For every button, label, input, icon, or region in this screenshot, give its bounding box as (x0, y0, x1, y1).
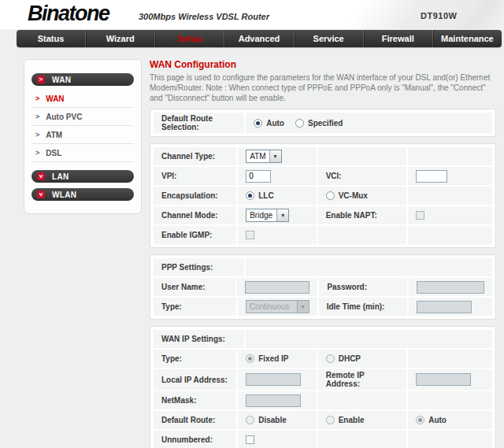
empty-cell (408, 187, 492, 205)
brand-logo: Binatone (28, 2, 109, 26)
chevron-down-icon: v (37, 191, 45, 198)
main-content: WAN Configuration This page is used to c… (150, 59, 496, 448)
remote-ip-label: Remote IP Address: (318, 369, 406, 390)
dhcp-radio-label: DHCP (339, 354, 361, 363)
sidebar-item-atm[interactable]: > ATM (32, 126, 134, 144)
model-number: DT910W (421, 11, 457, 20)
chevron-right-icon: > (35, 113, 39, 120)
local-ip-input (246, 373, 301, 386)
sidebar-group-label: WAN (52, 76, 71, 84)
sidebar-group-label: WLAN (52, 191, 76, 199)
remote-ip-input (416, 373, 471, 386)
chevron-right-icon: > (35, 94, 39, 102)
vci-label: VCI: (318, 167, 406, 185)
sidebar: > WAN > WAN > Auto PVC > ATM > DSL v LAN (24, 59, 142, 214)
unnumbered-checkbox[interactable] (246, 435, 254, 444)
password-input (417, 281, 484, 294)
fixed-ip-radio (246, 354, 254, 363)
dropdown-arrow-icon: ▼ (276, 209, 288, 221)
auto-radio-label: Auto (428, 416, 447, 424)
chevron-right-icon: > (35, 131, 39, 139)
specified-radio[interactable] (295, 119, 304, 128)
sidebar-group-lan[interactable]: v LAN (32, 170, 134, 183)
specified-radio-label: Specified (308, 119, 343, 128)
local-ip-label: Local IP Address: (154, 369, 236, 390)
empty-cell (318, 147, 406, 165)
chevron-right-icon: > (35, 149, 39, 157)
disable-radio-label: Disable (258, 416, 287, 424)
sidebar-item-label: ATM (46, 131, 62, 139)
netmask-label: NetMask: (154, 391, 236, 409)
empty-cell (408, 147, 492, 165)
channel-type-select[interactable]: ATM ▼ (246, 150, 281, 163)
sidebar-item-auto-pvc[interactable]: > Auto PVC (32, 108, 134, 126)
wan-ip-settings-label: WAN IP Settings: (154, 330, 244, 348)
nav-tab-advanced[interactable]: Advanced (224, 30, 294, 47)
app-header: Binatone 300Mbps Wireless VDSL Router DT… (0, 0, 504, 29)
fixed-ip-radio-label: Fixed IP (258, 354, 288, 363)
sidebar-item-label: Auto PVC (46, 113, 82, 121)
vc-mux-radio[interactable] (326, 191, 335, 200)
nav-tab-firewall[interactable]: Firewall (364, 30, 433, 47)
default-route-selection-section: Default Route Selection: Auto Specified (150, 109, 496, 137)
vci-input[interactable] (416, 170, 447, 183)
llc-radio-label: LLC (258, 191, 273, 200)
default-route-label: Default Route: (154, 411, 236, 429)
channel-type-label: Channel Type: (154, 147, 236, 165)
sidebar-item-label: DSL (46, 149, 61, 157)
sidebar-group-label: LAN (52, 172, 69, 181)
page-description: This page is used to configure the param… (150, 72, 496, 103)
enable-igmp-checkbox[interactable] (246, 231, 254, 239)
sidebar-item-label: WAN (46, 94, 64, 103)
sidebar-group-wan[interactable]: > WAN (32, 73, 134, 86)
encapsulation-label: Encapsulation: (154, 187, 236, 205)
sidebar-group-wlan[interactable]: v WLAN (32, 188, 134, 201)
channel-settings-section: Channel Type: ATM ▼ VPI: VCI: (150, 143, 496, 248)
empty-cell (408, 391, 492, 409)
enable-radio-label: Enable (339, 416, 365, 424)
empty-cell (246, 258, 492, 276)
sidebar-item-wan[interactable]: > WAN (32, 90, 134, 108)
wan-ip-settings-section: WAN IP Settings: Type: Fixed IP DHCP Loc… (150, 326, 496, 448)
dropdown-arrow-icon: ▼ (297, 301, 309, 313)
unnumbered-label: Unnumbered: (154, 431, 236, 448)
empty-cell (246, 330, 492, 348)
page-title: WAN Configuration (150, 59, 496, 70)
user-name-label: User Name: (154, 278, 235, 296)
default-route-enable-radio (326, 416, 335, 424)
default-route-selection-label: Default Route Selection: (154, 113, 244, 133)
llc-radio[interactable] (246, 191, 254, 200)
empty-cell (408, 226, 492, 244)
auto-radio[interactable] (254, 119, 262, 128)
nav-tab-status[interactable]: Status (17, 30, 86, 47)
channel-mode-select[interactable]: Bridge ▼ (246, 209, 289, 222)
nav-tab-setup[interactable]: Setup (155, 30, 224, 47)
netmask-input (246, 394, 301, 407)
default-route-auto-radio (416, 416, 424, 424)
enable-igmp-label: Enable IGMP: (154, 226, 236, 244)
idle-time-label: Idle Time (min): (319, 298, 407, 316)
nav-tab-service[interactable]: Service (295, 30, 364, 47)
default-route-disable-radio (246, 416, 254, 424)
empty-cell (408, 431, 492, 448)
password-label: Password: (319, 278, 407, 296)
empty-cell (318, 391, 406, 409)
dropdown-arrow-icon: ▼ (269, 150, 281, 162)
channel-mode-label: Channel Mode: (154, 206, 236, 224)
nav-tab-maintenance[interactable]: Maintenance (433, 30, 502, 47)
vc-mux-radio-label: VC-Mux (339, 191, 368, 200)
vpi-label: VPI: (154, 167, 236, 185)
top-nav: Status Wizard Setup Advanced Service Fir… (17, 30, 502, 47)
empty-cell (408, 350, 492, 368)
wan-ip-type-label: Type: (154, 350, 236, 368)
user-name-input (245, 281, 309, 294)
chevron-down-icon: v (37, 172, 45, 180)
ppp-settings-label: PPP Settings: (154, 258, 244, 276)
empty-cell (318, 226, 406, 244)
vpi-input[interactable] (246, 170, 271, 183)
ppp-settings-section: PPP Settings: User Name: Password: Type:… (150, 254, 496, 320)
product-subtitle: 300Mbps Wireless VDSL Router (139, 12, 269, 21)
sidebar-item-dsl[interactable]: > DSL (32, 144, 134, 162)
enable-napt-checkbox (416, 211, 424, 220)
nav-tab-wizard[interactable]: Wizard (86, 30, 155, 47)
